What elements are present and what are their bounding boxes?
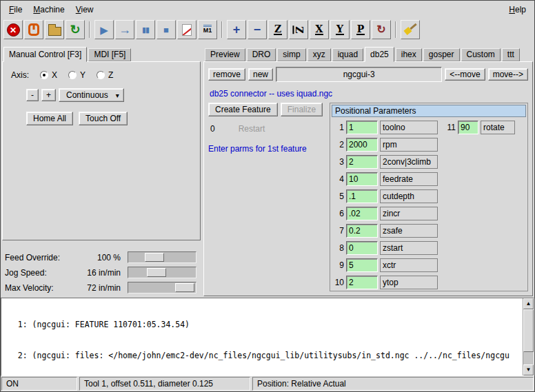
finalize-button[interactable]: Finalize <box>281 103 323 116</box>
slider-thumb[interactable] <box>145 253 164 262</box>
feature-buttons-row: Create Feature Finalize <box>208 103 327 116</box>
menu-view[interactable]: View <box>70 2 99 17</box>
parameters-column-1: 1 toolno 2 rpm 3 <box>332 118 443 291</box>
menu-file[interactable]: File <box>3 2 28 17</box>
gcode-text-area[interactable]: 1: (ngcgui: FEATURE 110701:05.34.54) 2: … <box>1 298 523 375</box>
restart-button[interactable]: Restart <box>232 122 272 136</box>
param-entry-xctr[interactable] <box>346 258 378 272</box>
view-y-icon: Y <box>336 24 344 36</box>
param-row: 1 toolno <box>332 118 443 136</box>
slider-thumb[interactable] <box>175 283 194 292</box>
param-entry-conv-climb[interactable] <box>346 155 378 169</box>
param-entry-zstart[interactable] <box>346 241 378 255</box>
ngcgui-content: Create Feature Finalize 0 Restart Enter … <box>208 103 528 291</box>
axis-z-radio[interactable]: Z <box>97 70 113 80</box>
jog-mode-dropdown[interactable]: Continuous ▾ <box>59 88 124 102</box>
gcode-console: 1: (ngcgui: FEATURE 110701:05.34.54) 2: … <box>1 298 534 376</box>
run-icon: ▶ <box>100 25 108 35</box>
tab-ihex[interactable]: ihex <box>396 48 422 61</box>
stop-icon: ■ <box>163 25 169 34</box>
slider-thumb[interactable] <box>147 268 166 277</box>
home-all-button[interactable]: Home All <box>26 112 73 125</box>
zoom-in-button[interactable]: + <box>227 20 246 39</box>
console-scrollbar[interactable]: ▲ ▼ <box>523 298 534 375</box>
param-entry-zincr[interactable] <box>346 207 378 220</box>
jog-speed-slider[interactable] <box>128 267 196 278</box>
tab-custom[interactable]: Custom <box>461 48 501 61</box>
param-entry-ytop[interactable] <box>346 276 378 289</box>
zoom-out-button[interactable]: − <box>248 20 267 39</box>
param-name-label: xctr <box>380 258 438 272</box>
scrollbar-thumb[interactable] <box>523 309 534 352</box>
view-z-rotated-icon: Z <box>293 25 305 34</box>
view-z-rotated-button[interactable]: Z <box>289 20 308 39</box>
reload-button[interactable]: ↻ <box>65 20 85 39</box>
view-x-button[interactable]: X <box>310 20 329 39</box>
pause-icon: ▮▮ <box>142 26 149 34</box>
tab-db25[interactable]: db25 <box>365 47 394 62</box>
rotate-view-button[interactable]: ↻ <box>372 20 391 39</box>
tab-preview[interactable]: Preview <box>205 48 245 61</box>
view-p-button[interactable]: P <box>351 20 370 39</box>
scroll-up-arrow-icon[interactable]: ▲ <box>523 298 534 309</box>
remove-button[interactable]: remove <box>208 68 245 81</box>
param-number: 11 <box>443 123 456 132</box>
jog-minus-button[interactable]: - <box>26 89 39 101</box>
stop-button[interactable]: ■ <box>157 20 176 39</box>
tab-dro[interactable]: DRO <box>247 48 276 61</box>
view-z-button[interactable]: Z <box>268 20 287 39</box>
param-name-label: ytop <box>380 276 438 289</box>
param-entry-rpm[interactable] <box>346 138 378 152</box>
param-entry-toolno[interactable] <box>346 121 378 134</box>
axis-main-window: File Machine View Help ✕ ↻ ▶ → ▮▮ ■ M1 +… <box>0 0 535 392</box>
view-y-button[interactable]: Y <box>330 20 350 39</box>
new-button[interactable]: new <box>248 68 273 81</box>
param-number: 5 <box>332 192 344 201</box>
menu-machine[interactable]: Machine <box>28 2 70 17</box>
param-number: 7 <box>332 226 344 236</box>
param-entry-feedrate[interactable] <box>346 172 378 186</box>
tab-simp[interactable]: simp <box>277 48 305 61</box>
scrollbar-track[interactable] <box>523 309 534 364</box>
param-entry-rotate[interactable] <box>458 121 478 134</box>
optional-stop-button[interactable]: M1 <box>198 20 217 39</box>
param-entry-zsafe[interactable] <box>346 224 378 238</box>
clear-plot-icon <box>182 24 192 36</box>
jog-plus-button[interactable]: + <box>41 89 56 101</box>
tab-xyz[interactable]: xyz <box>307 48 331 61</box>
tab-gosper[interactable]: gosper <box>423 48 460 61</box>
feed-override-row: Feed Override: 100 % <box>5 250 196 265</box>
param-name-label: zstart <box>380 241 438 255</box>
tab-manual-control[interactable]: Manual Control [F3] <box>3 47 87 62</box>
pause-button[interactable]: ▮▮ <box>136 20 155 39</box>
radio-indicator <box>97 71 105 79</box>
run-button[interactable]: ▶ <box>94 20 114 39</box>
touch-off-button[interactable]: Touch Off <box>79 112 128 125</box>
subroutine-info-text: db25 connector -- uses iquad.ngc <box>210 89 528 99</box>
move-left-button[interactable]: <--move <box>445 68 485 81</box>
move-right-button[interactable]: move--> <box>488 68 528 81</box>
tab-ttt[interactable]: ttt <box>502 48 520 61</box>
view-x-icon: X <box>315 24 324 36</box>
clean-button[interactable] <box>401 20 420 39</box>
clear-plot-button[interactable] <box>177 20 196 39</box>
estop-button[interactable]: ✕ <box>3 20 23 39</box>
open-file-button[interactable] <box>45 20 64 39</box>
step-button[interactable]: → <box>115 20 134 39</box>
tab-name-entry[interactable] <box>276 67 442 82</box>
axis-y-radio[interactable]: Y <box>68 70 85 80</box>
max-velocity-slider[interactable] <box>128 282 196 293</box>
tab-mdi[interactable]: MDI [F5] <box>88 48 131 61</box>
menu-help[interactable]: Help <box>503 2 532 17</box>
create-feature-button[interactable]: Create Feature <box>208 103 278 116</box>
param-name-label: rpm <box>380 138 438 152</box>
feature-controls: Create Feature Finalize 0 Restart Enter … <box>208 103 327 291</box>
tab-iquad[interactable]: iquad <box>332 48 363 61</box>
axis-x-radio[interactable]: X <box>40 70 57 80</box>
feed-override-slider[interactable] <box>128 251 196 263</box>
scroll-down-arrow-icon[interactable]: ▼ <box>523 364 534 375</box>
machine-power-button[interactable] <box>24 20 43 39</box>
positional-parameters-panel: Positional Parameters 1 toolno 2 <box>330 103 528 291</box>
param-entry-cutdepth[interactable] <box>346 189 378 203</box>
machine-power-icon <box>28 23 39 36</box>
